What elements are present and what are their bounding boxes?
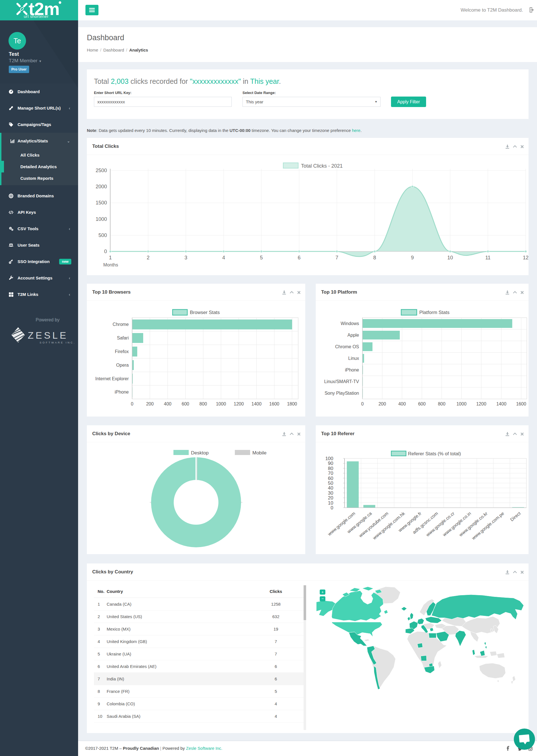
svg-text:Linux: Linux bbox=[348, 356, 359, 361]
svg-text:80: 80 bbox=[328, 466, 333, 471]
svg-text:11: 11 bbox=[485, 255, 491, 260]
svg-text:10: 10 bbox=[447, 255, 453, 260]
svg-text:www.google.co.cr: www.google.co.cr bbox=[425, 511, 456, 538]
svg-text:1: 1 bbox=[109, 255, 112, 260]
svg-text:Safari: Safari bbox=[117, 335, 129, 340]
svg-text:Apple: Apple bbox=[348, 333, 359, 337]
svg-text:www.google.co.in: www.google.co.in bbox=[442, 511, 472, 537]
svg-text:30: 30 bbox=[328, 490, 333, 496]
svg-text:600: 600 bbox=[182, 402, 189, 406]
svg-text:200: 200 bbox=[379, 402, 386, 406]
svg-text:400: 400 bbox=[164, 402, 172, 406]
svg-text:url shortener: url shortener bbox=[24, 14, 49, 19]
svg-text:SOFTWARE INC.: SOFTWARE INC. bbox=[40, 341, 75, 344]
svg-text:0: 0 bbox=[361, 402, 364, 406]
svg-text:Mobile: Mobile bbox=[252, 450, 267, 456]
svg-text:2500: 2500 bbox=[96, 168, 107, 173]
svg-text:60: 60 bbox=[328, 476, 333, 481]
svg-text:8: 8 bbox=[373, 255, 376, 260]
svg-text:Referer Stats (% of total): Referer Stats (% of total) bbox=[408, 451, 461, 457]
svg-text:6: 6 bbox=[298, 255, 301, 260]
svg-text:2: 2 bbox=[146, 255, 149, 260]
svg-text:1000: 1000 bbox=[216, 402, 226, 406]
svg-text:www.google.com.pe: www.google.com.pe bbox=[471, 511, 505, 541]
svg-text:Sony PlayStation: Sony PlayStation bbox=[324, 391, 359, 396]
svg-text:www.youtube.com: www.youtube.com bbox=[358, 511, 389, 538]
svg-text:2000: 2000 bbox=[96, 184, 107, 190]
svg-text:40: 40 bbox=[328, 485, 333, 491]
svg-text:4: 4 bbox=[222, 255, 225, 260]
svg-text:1500: 1500 bbox=[96, 200, 107, 205]
svg-text:www.google.co.kr: www.google.co.kr bbox=[458, 511, 489, 538]
svg-text:0: 0 bbox=[331, 505, 333, 511]
svg-text:600: 600 bbox=[418, 402, 426, 406]
svg-text:Direct: Direct bbox=[509, 511, 521, 522]
svg-text:Desktop: Desktop bbox=[191, 450, 209, 456]
svg-text:0: 0 bbox=[131, 402, 134, 406]
svg-text:Months: Months bbox=[103, 262, 118, 267]
svg-text:iPhone: iPhone bbox=[345, 368, 359, 372]
svg-text:Platform Stats: Platform Stats bbox=[419, 310, 450, 315]
svg-text:1400: 1400 bbox=[252, 402, 262, 406]
svg-text:ZESLE: ZESLE bbox=[28, 330, 68, 341]
svg-text:Chrome: Chrome bbox=[113, 322, 129, 327]
svg-text:1000: 1000 bbox=[456, 402, 467, 406]
svg-text:1600: 1600 bbox=[516, 402, 526, 406]
svg-text:5: 5 bbox=[260, 255, 263, 260]
svg-text:20: 20 bbox=[328, 495, 333, 501]
svg-text:1200: 1200 bbox=[234, 402, 244, 406]
svg-text:200: 200 bbox=[146, 402, 154, 406]
svg-text:1200: 1200 bbox=[476, 402, 486, 406]
svg-text:www.google.com: www.google.com bbox=[326, 511, 356, 537]
svg-text:9: 9 bbox=[411, 255, 414, 260]
svg-text:Windows: Windows bbox=[341, 321, 359, 326]
svg-text:1800: 1800 bbox=[287, 402, 297, 406]
svg-text:0: 0 bbox=[104, 248, 107, 254]
svg-text:www.google.com.hk: www.google.com.hk bbox=[371, 511, 406, 541]
svg-text:Firefox: Firefox bbox=[115, 349, 129, 354]
svg-text:1600: 1600 bbox=[269, 402, 279, 406]
svg-text:800: 800 bbox=[199, 402, 207, 406]
svg-text:1000: 1000 bbox=[96, 216, 107, 222]
svg-text:7: 7 bbox=[336, 255, 338, 260]
svg-text:100: 100 bbox=[325, 456, 333, 461]
svg-text:12: 12 bbox=[523, 255, 528, 260]
svg-text:Internet Explorer: Internet Explorer bbox=[95, 376, 129, 381]
svg-text:10: 10 bbox=[328, 500, 333, 506]
svg-text:Total Clicks - 2021: Total Clicks - 2021 bbox=[301, 163, 343, 169]
svg-text:70: 70 bbox=[328, 470, 333, 476]
svg-text:800: 800 bbox=[438, 402, 446, 406]
svg-text:Opera: Opera bbox=[116, 363, 129, 368]
svg-text:Linux/SMART-TV: Linux/SMART-TV bbox=[324, 379, 359, 384]
svg-text:Browser Stats: Browser Stats bbox=[190, 310, 220, 315]
svg-text:iPhone: iPhone bbox=[115, 390, 129, 394]
svg-text:1400: 1400 bbox=[496, 402, 507, 406]
svg-text:500: 500 bbox=[99, 233, 107, 238]
svg-text:50: 50 bbox=[328, 480, 333, 486]
svg-text:3: 3 bbox=[185, 255, 187, 260]
svg-text:Chrome OS: Chrome OS bbox=[335, 344, 359, 349]
svg-text:90: 90 bbox=[328, 461, 333, 466]
svg-text:400: 400 bbox=[398, 402, 406, 406]
